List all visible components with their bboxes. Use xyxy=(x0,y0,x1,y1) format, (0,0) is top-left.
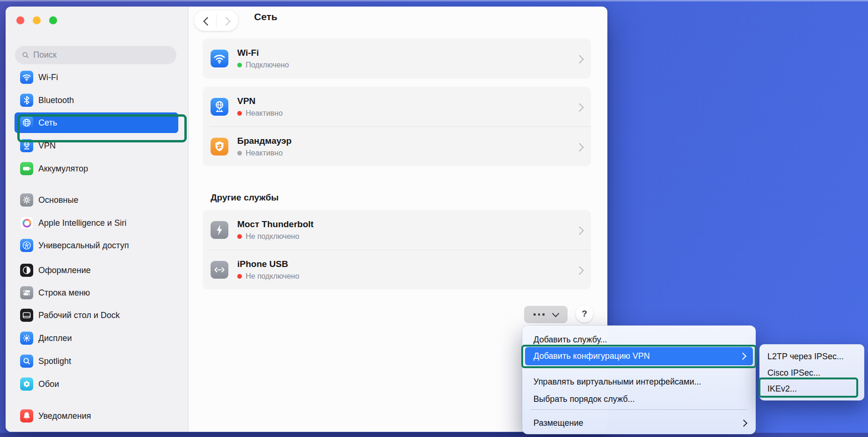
firewall-row[interactable]: Брандмауэр Неактивно xyxy=(203,126,591,166)
status-dot-green xyxy=(237,63,242,67)
firewall-shield-icon xyxy=(211,138,228,156)
page-title: Сеть xyxy=(254,11,277,22)
iphone-usb-row[interactable]: iPhone USB Не подключено xyxy=(203,250,591,289)
back-button[interactable] xyxy=(204,18,211,26)
more-options-button[interactable] xyxy=(524,306,568,323)
service-name: iPhone USB xyxy=(237,259,299,270)
menu-item-manage-virtual-interfaces[interactable]: Управлять виртуальными интерфейсами... xyxy=(522,373,756,390)
sidebar-item-label: Сеть xyxy=(38,118,57,128)
sidebar-item-bluetooth[interactable]: Bluetooth xyxy=(6,90,188,111)
wifi-icon xyxy=(20,71,33,84)
service-name: Брандмауэр xyxy=(237,135,292,147)
sidebar-item-label: Дисплеи xyxy=(38,333,72,343)
nav-buttons xyxy=(194,10,238,31)
menu-item-label: Добавить конфигурацию VPN xyxy=(533,351,650,361)
nav-divider xyxy=(216,15,217,27)
minimize-button[interactable] xyxy=(33,16,41,24)
magnifier-icon xyxy=(20,355,33,368)
sidebar-item-label: Аккумулятор xyxy=(38,164,88,174)
sidebar-item-network[interactable]: Сеть xyxy=(6,112,188,133)
sidebar-item-wifi[interactable]: Wi-Fi xyxy=(6,67,188,88)
bell-icon xyxy=(20,409,33,422)
gear-icon xyxy=(20,193,33,207)
sidebar-item-apple-intelligence[interactable]: Apple Intelligence и Siri xyxy=(6,213,188,233)
status-dot-red xyxy=(237,274,242,279)
sidebar-item-label: Основные xyxy=(38,195,78,205)
menu-item-set-service-order[interactable]: Выбрать порядок служб... xyxy=(522,391,756,407)
sidebar-item-battery[interactable]: Аккумулятор xyxy=(6,158,188,179)
status-dot-red xyxy=(237,234,242,239)
status-dot-gray xyxy=(237,151,242,156)
help-label: ? xyxy=(582,309,587,319)
sidebar-item-desktop-dock[interactable]: Рабочий стол и Dock xyxy=(6,305,188,326)
other-services-header: Другие службы xyxy=(211,193,279,203)
sidebar-item-menu-bar[interactable]: Строка меню xyxy=(6,282,188,303)
zoom-button[interactable] xyxy=(49,16,57,24)
globe-icon xyxy=(20,116,33,129)
submenu-item-cisco-ipsec[interactable]: Cisco IPSec... xyxy=(759,365,864,381)
sidebar-item-notifications[interactable]: Уведомления xyxy=(6,406,188,426)
flower-icon xyxy=(20,378,33,391)
chevron-right-icon xyxy=(576,56,583,64)
wifi-card: Wi-Fi Подключено xyxy=(203,38,591,79)
menu-item-label: L2TP через IPSec... xyxy=(767,352,844,362)
close-button[interactable] xyxy=(16,16,24,24)
sidebar-item-spotlight[interactable]: Spotlight xyxy=(6,351,188,371)
vpn-firewall-card: VPN Неактивно Брандмауэр Неактивно xyxy=(203,87,591,166)
menu-item-label: Cisco IPSec... xyxy=(767,368,820,378)
service-name: Wi-Fi xyxy=(237,47,289,59)
submenu-arrow-icon xyxy=(739,353,747,360)
thunderbolt-icon xyxy=(211,221,228,239)
service-name: VPN xyxy=(237,96,283,107)
battery-icon xyxy=(20,162,33,175)
sidebar-item-label: Универсальный доступ xyxy=(38,241,129,251)
sidebar-item-wallpaper[interactable]: Обои xyxy=(6,374,188,394)
status-dot-red xyxy=(237,111,242,116)
thunderbolt-row[interactable]: Мост Thunderbolt Не подключено xyxy=(203,210,591,250)
menu-item-label: Управлять виртуальными интерфейсами... xyxy=(533,377,701,387)
sidebar-item-label: VPN xyxy=(38,141,56,151)
help-button[interactable]: ? xyxy=(576,305,593,323)
sidebar-item-vpn[interactable]: VPN xyxy=(6,135,188,156)
wifi-row[interactable]: Wi-Fi Подключено xyxy=(203,38,591,78)
sidebar-item-accessibility[interactable]: Универсальный доступ xyxy=(6,235,188,256)
forward-button[interactable] xyxy=(223,18,229,26)
menu-item-add-service[interactable]: Добавить службу... xyxy=(522,331,756,348)
vpn-globe-icon xyxy=(20,139,33,152)
chevron-down-icon xyxy=(552,310,559,318)
sidebar-item-label: Уведомления xyxy=(38,411,91,421)
menu-item-label: IKEv2... xyxy=(767,384,797,394)
contrast-icon xyxy=(20,264,33,277)
bluetooth-icon xyxy=(20,94,33,107)
submenu-item-l2tp[interactable]: L2TP через IPSec... xyxy=(759,348,864,365)
dock-icon xyxy=(20,309,33,322)
service-status: Не подключено xyxy=(246,272,299,281)
service-status: Не подключено xyxy=(246,232,299,241)
vpn-globe-icon xyxy=(211,98,228,116)
sun-icon xyxy=(20,332,33,345)
ellipsis-icon xyxy=(533,313,545,316)
system-settings-window: Поиск Wi-Fi Bluetooth Сеть xyxy=(6,7,607,432)
sidebar-item-label: Обои xyxy=(38,379,59,389)
sidebar-item-displays[interactable]: Дисплеи xyxy=(6,328,188,348)
sidebar-item-appearance[interactable]: Оформление xyxy=(6,260,188,281)
siri-icon xyxy=(20,216,33,230)
sidebar-item-label: Строка меню xyxy=(38,288,90,298)
sidebar-item-label: Spotlight xyxy=(38,356,71,366)
sidebar-item-label: Оформление xyxy=(38,266,91,275)
desktop-background: Поиск Wi-Fi Bluetooth Сеть xyxy=(0,0,868,437)
menu-item-label: Выбрать порядок служб... xyxy=(533,394,635,404)
search-input[interactable]: Поиск xyxy=(15,46,176,64)
submenu-item-ikev2[interactable]: IKEv2... xyxy=(759,381,864,397)
menu-item-label: Добавить службу... xyxy=(533,335,607,345)
menu-item-add-vpn-config[interactable]: Добавить конфигурацию VPN xyxy=(525,347,753,365)
menu-item-label: Размещение xyxy=(533,418,583,428)
vpn-row[interactable]: VPN Неактивно xyxy=(203,87,591,126)
service-status: Подключено xyxy=(246,60,289,70)
search-icon xyxy=(22,51,29,59)
service-status: Неактивно xyxy=(246,148,283,158)
services-context-menu: Добавить службу... Добавить конфигурацию… xyxy=(522,326,756,434)
menu-item-location[interactable]: Размещение xyxy=(522,415,756,431)
sidebar-item-general[interactable]: Основные xyxy=(6,190,188,210)
vpn-config-submenu: L2TP через IPSec... Cisco IPSec... IKEv2… xyxy=(759,344,864,400)
